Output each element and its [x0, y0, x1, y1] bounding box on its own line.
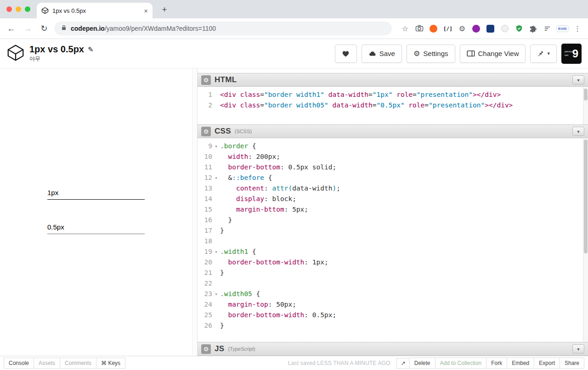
scrollbar-thumb[interactable] [584, 89, 588, 101]
orange-extension-icon[interactable] [428, 22, 440, 34]
css-code-editor[interactable]: 9▾.border {10 width: 200px;11 border-bot… [198, 138, 588, 342]
main-area: 1px 0.5px ⚙ HTML ▾ 1<div class="border w… [0, 68, 588, 356]
html-editor-scrollbar[interactable] [583, 87, 588, 124]
scrollbar-thumb[interactable] [584, 140, 588, 253]
fork-button[interactable]: Fork [486, 358, 507, 369]
js-collapse-button[interactable]: ▾ [572, 344, 584, 353]
code-line[interactable]: 26} [198, 320, 588, 331]
line-number: 13 [198, 183, 212, 194]
browser-menu-kebab-icon[interactable]: ⋮ [571, 22, 583, 34]
extensions-puzzle-icon[interactable] [527, 22, 539, 34]
code-line[interactable]: 1<div class="border width1" data-width="… [198, 90, 588, 100]
html-code-editor[interactable]: 1<div class="border width1" data-width="… [198, 87, 588, 124]
fold-arrow-icon[interactable]: ▾ [212, 173, 220, 183]
keyboard-shortcuts-button[interactable]: ⌘ Keys [96, 358, 125, 369]
line-number: 14 [198, 194, 212, 204]
pen-author[interactable]: 야무 [29, 55, 94, 63]
love-button[interactable] [335, 45, 357, 63]
code-line[interactable]: 20 border-bottom-width: 1px; [198, 257, 588, 268]
code-line[interactable]: 13 content: attr(data-width); [198, 183, 588, 194]
line-number: 25 [198, 310, 212, 320]
pin-dropdown-button[interactable]: ▾ [530, 45, 557, 63]
shield-check-extension-icon[interactable] [513, 22, 525, 34]
html-collapse-button[interactable]: ▾ [572, 75, 584, 84]
code-line[interactable]: 24 margin-top: 50px; [198, 299, 588, 310]
code-text: content: attr(data-width); [220, 183, 340, 194]
code-text: .width05 { [220, 289, 260, 299]
settings-button[interactable]: ⚙ Settings [407, 45, 455, 63]
share-button[interactable]: Share [560, 358, 584, 369]
url-bar[interactable]: codepen.io/yamoo9/pen/XWdamMa?editors=11… [54, 22, 392, 35]
new-tab-button[interactable]: + [159, 4, 170, 15]
open-external-icon[interactable]: ↗ [396, 358, 410, 369]
embed-button[interactable]: Embed [507, 358, 534, 369]
delete-button[interactable]: Delete [409, 358, 435, 369]
browser-tab-strip: 1px vs 0.5px × + [0, 0, 588, 18]
preview-scrollbar[interactable] [192, 68, 197, 356]
fold-arrow-icon[interactable]: ▾ [212, 247, 220, 257]
tune-lines-extension-icon[interactable] [542, 22, 554, 34]
code-line[interactable]: 25 border-bottom-width: 0.5px; [198, 310, 588, 320]
code-line[interactable]: 15 margin-bttom: 5px; [198, 204, 588, 215]
close-window-button[interactable] [6, 6, 12, 12]
reload-button[interactable]: ↻ [38, 23, 51, 34]
css-settings-gear-icon[interactable]: ⚙ [201, 127, 211, 136]
minimize-window-button[interactable] [16, 6, 21, 12]
back-button[interactable]: ← [5, 24, 17, 34]
html-panel-header[interactable]: ⚙ HTML ▾ [198, 73, 588, 87]
code-line[interactable]: 14 display: block; [198, 194, 588, 204]
css-panel-header[interactable]: ⚙ CSS (SCSS) ▾ [198, 124, 588, 138]
url-text: codepen.io/yamoo9/pen/XWdamMa?editors=11… [71, 25, 216, 32]
comments-button[interactable]: Comments [60, 358, 96, 369]
code-line[interactable]: 22 [198, 278, 588, 289]
line-number: 19 [198, 247, 212, 257]
assets-button[interactable]: Assets [34, 358, 60, 369]
fold-arrow-icon[interactable]: ▾ [212, 289, 220, 299]
html-settings-gear-icon[interactable]: ⚙ [201, 75, 211, 85]
bookmark-star-icon[interactable]: ☆ [399, 22, 411, 34]
edit-title-icon[interactable]: ✎ [88, 45, 94, 54]
euid-extension-icon[interactable]: EUID [556, 25, 569, 32]
purple-extension-icon[interactable] [470, 22, 482, 34]
js-panel-header[interactable]: ⚙ JS (TypeScript) ▾ [198, 342, 588, 356]
camera-extension-icon[interactable] [413, 22, 425, 34]
code-brackets-extension-icon[interactable]: [/] [442, 22, 454, 34]
gear-extension-icon[interactable]: ⚙ [456, 22, 468, 34]
zoom-window-button[interactable] [25, 6, 30, 12]
tab-close-icon[interactable]: × [144, 7, 148, 15]
gray-circle-extension-icon[interactable] [499, 22, 511, 34]
export-button[interactable]: Export [534, 358, 560, 369]
codepen-logo[interactable] [6, 44, 25, 64]
editor-footer: Console Assets Comments ⌘ Keys Last save… [0, 356, 588, 370]
code-line[interactable]: 10 width: 200px; [198, 151, 588, 162]
add-to-collection-button[interactable]: Add to Collection [435, 358, 487, 369]
change-view-button[interactable]: Change View [460, 45, 526, 63]
code-line[interactable]: 11 border-bottom: 0.5px solid; [198, 162, 588, 173]
code-line[interactable]: 23▾.width05 { [198, 289, 588, 299]
blue-square-extension-icon[interactable] [485, 22, 497, 34]
css-editor-scrollbar[interactable] [583, 139, 588, 342]
code-line[interactable]: 12▾ &::before { [198, 173, 588, 183]
css-panel-title: CSS [215, 127, 231, 136]
code-line[interactable]: 21} [198, 268, 588, 278]
save-button[interactable]: Save [362, 45, 402, 63]
code-line[interactable]: 2<div class="border width05" data-width=… [198, 100, 588, 111]
css-collapse-button[interactable]: ▾ [572, 127, 584, 136]
code-text: <div class="border width05" data-width="… [220, 100, 513, 111]
window-controls [6, 6, 30, 12]
code-line[interactable]: 17} [198, 225, 588, 236]
code-line[interactable]: 18 [198, 236, 588, 247]
preview-item-1px: 1px [47, 189, 145, 200]
tab-title: 1px vs 0.5px [52, 7, 140, 14]
browser-tab[interactable]: 1px vs 0.5px × [37, 3, 153, 18]
js-settings-gear-icon[interactable]: ⚙ [201, 344, 211, 354]
fold-arrow-icon[interactable]: ▾ [212, 141, 220, 151]
forward-button[interactable]: → [21, 24, 34, 34]
fold-gutter [212, 236, 220, 247]
fold-gutter [212, 299, 220, 310]
code-line[interactable]: 19▾.width1 { [198, 247, 588, 257]
console-button[interactable]: Console [4, 358, 34, 369]
avatar[interactable]: yamoo9 net 9 [561, 44, 582, 64]
code-line[interactable]: 9▾.border { [198, 141, 588, 151]
code-line[interactable]: 16 } [198, 215, 588, 225]
